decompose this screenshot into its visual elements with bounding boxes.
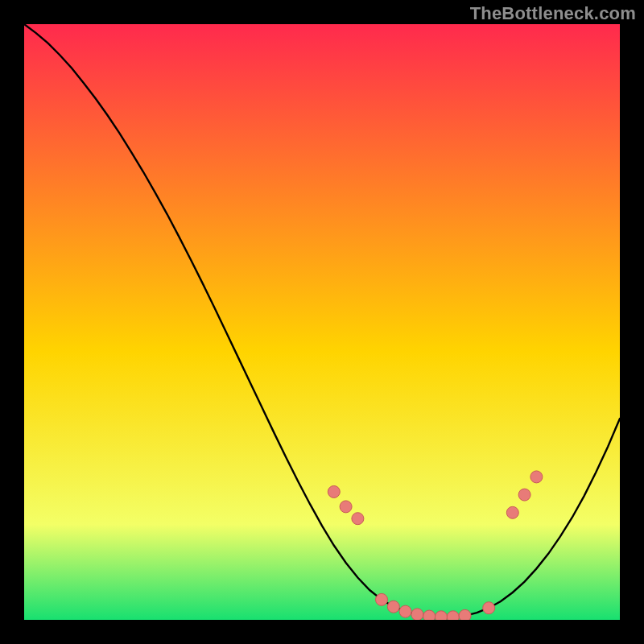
- data-marker: [518, 489, 530, 501]
- gradient-background: [24, 24, 620, 620]
- data-marker: [483, 602, 495, 614]
- attribution-label: TheBottleneck.com: [470, 3, 636, 24]
- data-marker: [459, 609, 471, 620]
- data-marker: [447, 611, 459, 620]
- bottleneck-chart: [24, 24, 620, 620]
- data-marker: [411, 609, 423, 620]
- data-marker: [506, 506, 518, 518]
- data-marker: [436, 611, 448, 620]
- data-marker: [423, 610, 436, 620]
- data-marker: [399, 605, 411, 617]
- plot-area: [24, 24, 620, 620]
- chart-frame: TheBottleneck.com: [0, 0, 644, 644]
- data-marker: [530, 471, 543, 483]
- data-marker: [328, 485, 340, 497]
- data-marker: [376, 593, 388, 605]
- data-marker: [387, 601, 399, 613]
- data-marker: [340, 501, 352, 513]
- data-marker: [352, 513, 364, 525]
